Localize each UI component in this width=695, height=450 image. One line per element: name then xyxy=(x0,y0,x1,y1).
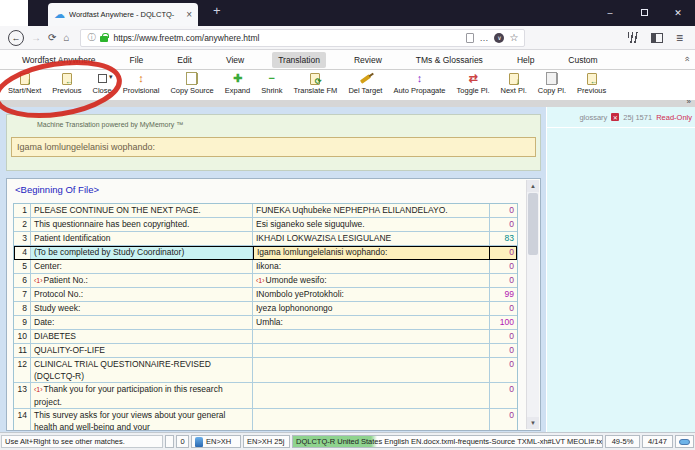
target-cell[interactable]: Esi siganeko sele siguqulwe. xyxy=(253,218,490,231)
toolbar-copy-pl-button[interactable]: Copy Pl. xyxy=(538,72,566,95)
table-row[interactable]: 5Center:Iikona:0 xyxy=(14,260,517,274)
minimize-button[interactable]: – xyxy=(593,8,627,18)
source-cell[interactable]: QUALITY-OF-LIFE xyxy=(31,344,253,357)
table-row[interactable]: 8Study week:Iyeza lophononongo0 xyxy=(14,302,517,316)
menu-item-edit[interactable]: Edit xyxy=(171,52,198,68)
target-cell[interactable] xyxy=(253,409,490,431)
table-row[interactable]: 7Protocol No.:INombolo yeProtokholi:99 xyxy=(14,288,517,302)
table-row[interactable]: 1PLEASE CONTINUE ON THE NEXT PAGE.FUNEKA… xyxy=(14,204,517,218)
maximize-button[interactable] xyxy=(627,8,661,18)
source-cell[interactable]: Center: xyxy=(31,260,253,273)
browser-tab[interactable]: ☁ Wordfast Anywhere - DQLCTQ- × xyxy=(48,3,198,26)
table-row[interactable]: 14This survey asks for your views about … xyxy=(14,409,517,431)
menu-item-review[interactable]: Review xyxy=(348,52,388,68)
reload-button[interactable]: ⟳ xyxy=(48,32,56,43)
sidebar-toggle-icon[interactable] xyxy=(651,33,663,43)
extension-icon[interactable] xyxy=(466,33,474,43)
toolbar-del-target-button[interactable]: Del Target xyxy=(348,72,382,95)
scroll-up-icon[interactable]: ▲ xyxy=(527,180,539,192)
menu-collapse-icon[interactable]: » xyxy=(681,56,691,61)
target-cell[interactable]: FUNEKA Uqhubeke NEPHEPHA ELILANDELAYO. xyxy=(253,204,490,217)
menu-item-translation[interactable]: Translation xyxy=(272,52,326,68)
toolbar-translate-fm-button[interactable]: ⟳Translate FM xyxy=(293,72,337,95)
site-info-icon[interactable]: ⓘ xyxy=(87,32,95,43)
page-actions-icon[interactable]: … xyxy=(479,33,489,43)
target-cell[interactable]: ‹1›Umonde wesifo: xyxy=(253,274,490,287)
menu-item-tms-glossaries[interactable]: TMs & Glossaries xyxy=(410,52,489,68)
target-cell[interactable] xyxy=(253,330,490,343)
source-cell[interactable]: CLINICAL TRIAL QUESTIONNAIRE-REVISED (DQ… xyxy=(31,358,253,382)
mt-suggestion-box[interactable]: Igama lomlungelelanisi wophando: xyxy=(11,137,536,157)
tab-close-icon[interactable]: × xyxy=(186,9,192,20)
scrollbar-thumb[interactable] xyxy=(528,193,538,255)
source-cell[interactable]: PLEASE CONTINUE ON THE NEXT PAGE. xyxy=(31,204,253,217)
table-row[interactable]: 11QUALITY-OF-LIFE0 xyxy=(14,344,517,358)
menu-item-wordfast-anywhere[interactable]: Wordfast Anywhere xyxy=(16,52,102,68)
document-scrollbar[interactable]: ▲ ▼ xyxy=(526,180,539,429)
bookmark-star-icon[interactable]: ☆ xyxy=(509,32,518,43)
target-cell[interactable]: INombolo yeProtokholi: xyxy=(253,288,490,301)
source-cell[interactable]: This questionnaire has been copyrighted. xyxy=(31,218,253,231)
hamburger-menu-icon[interactable]: ≡ xyxy=(676,31,683,45)
home-button[interactable]: ⌂ xyxy=(63,32,69,43)
status-glossary-pair[interactable]: EN>XH 25j xyxy=(243,435,290,448)
target-cell[interactable]: Umhla: xyxy=(253,316,490,329)
target-cell[interactable]: Iyeza lophononongo xyxy=(253,302,490,315)
source-cell[interactable]: This survey asks for your views about yo… xyxy=(31,409,253,431)
toolbar-previous-button[interactable]: ←Previous xyxy=(577,72,606,95)
match-score-cell: 0 xyxy=(490,218,517,231)
toolbar-close-button[interactable]: Close xyxy=(93,72,112,95)
menu-item-file[interactable]: File xyxy=(124,52,150,68)
table-row[interactable]: 3Patient IdentificationIKHADI LOKWAZISA … xyxy=(14,232,517,246)
table-row[interactable]: 12CLINICAL TRIAL QUESTIONNAIRE-REVISED (… xyxy=(14,358,517,383)
source-cell[interactable]: Study week: xyxy=(31,302,253,315)
table-row[interactable]: 10DIABETES0 xyxy=(14,330,517,344)
table-row[interactable]: 6‹1›Patient No.:‹1›Umonde wesifo:0 xyxy=(14,274,517,288)
toolbar-start-next-button[interactable]: ↓Start/Next xyxy=(8,72,41,95)
source-cell[interactable]: Patient Identification xyxy=(31,232,253,245)
table-row[interactable]: 4(To be completed by Study Coordinator)I… xyxy=(14,246,517,260)
pocket-icon[interactable] xyxy=(494,33,504,43)
toolbar-expand-button[interactable]: ✚Expand xyxy=(225,72,250,95)
url-text[interactable]: https://www.freetm.com/anywhere.html xyxy=(113,33,461,43)
menu-item-help[interactable]: Help xyxy=(511,52,540,68)
target-cell[interactable] xyxy=(253,383,490,408)
scroll-down-icon[interactable]: ▼ xyxy=(527,417,539,429)
toolbar-overflow-icon[interactable]: » xyxy=(687,97,691,106)
toolbar-auto-propagate-button[interactable]: ↕Auto Propagate xyxy=(393,72,445,95)
library-icon[interactable] xyxy=(628,32,638,43)
table-row[interactable]: 9Date:Umhla:100 xyxy=(14,316,517,330)
table-row[interactable]: 13‹1›Thank you for your participation in… xyxy=(14,383,517,409)
table-row[interactable]: 2This questionnaire has been copyrighted… xyxy=(14,218,517,232)
status-count[interactable]: 0 xyxy=(176,435,189,448)
tm-icon xyxy=(195,437,203,447)
menu-item-view[interactable]: View xyxy=(220,52,250,68)
target-cell[interactable] xyxy=(253,358,490,382)
target-cell[interactable]: Iikona: xyxy=(253,260,490,273)
target-cell[interactable]: Igama lomlungelelanisi wophando: xyxy=(253,246,490,259)
target-cell[interactable] xyxy=(253,344,490,357)
source-cell[interactable]: Date: xyxy=(31,316,253,329)
toolbar-shrink-button[interactable]: −Shrink xyxy=(261,72,282,95)
target-cell[interactable]: IKHADI LOKWAZISA LESIGULANE xyxy=(253,232,490,245)
source-cell[interactable]: DIABETES xyxy=(31,330,253,343)
new-tab-button[interactable]: + xyxy=(213,3,221,18)
toolbar-copy-source-button[interactable]: Copy Source xyxy=(170,72,213,95)
back-button[interactable]: ← xyxy=(8,30,24,46)
status-tm-pair[interactable]: EN>XH xyxy=(191,435,241,448)
toolbar-next-pl-button[interactable]: ↓Next Pl. xyxy=(500,72,526,95)
source-cell[interactable]: (To be completed by Study Coordinator) xyxy=(31,246,253,259)
menu-item-custom[interactable]: Custom xyxy=(562,52,603,68)
url-bar[interactable]: ⓘ https://www.freetm.com/anywhere.html …… xyxy=(80,29,525,47)
source-cell[interactable]: ‹1›Patient No.: xyxy=(31,274,253,287)
forward-button[interactable]: → xyxy=(31,32,41,43)
toolbar-toggle-pl-button[interactable]: ⇄Toggle Pl. xyxy=(457,72,490,95)
status-document-name[interactable]: DQLCTQ-R United States English EN.docx.t… xyxy=(292,435,603,448)
toolbar-button-label: Translate FM xyxy=(293,86,337,95)
source-cell[interactable]: Protocol No.: xyxy=(31,288,253,301)
toolbar-provisional-button[interactable]: ↕Provisional xyxy=(123,72,160,95)
source-cell[interactable]: ‹1›Thank you for your participation in t… xyxy=(31,383,253,408)
toolbar-previous-button[interactable]: ←Previous xyxy=(52,72,81,95)
close-window-button[interactable]: ✕ xyxy=(661,8,695,18)
maximize-icon xyxy=(641,9,648,16)
